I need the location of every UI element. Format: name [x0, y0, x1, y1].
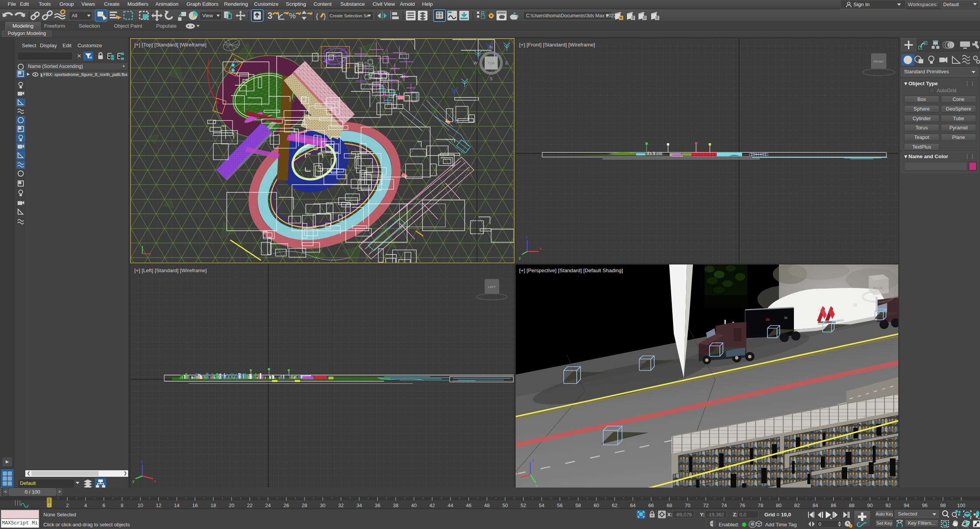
- svg-text:60: 60: [594, 503, 599, 508]
- svg-text:70: 70: [685, 503, 690, 508]
- svg-text:22: 22: [247, 503, 252, 508]
- svg-text:z: z: [526, 235, 528, 239]
- svg-text:18: 18: [211, 503, 216, 508]
- svg-text:10: 10: [137, 503, 143, 508]
- svg-text:26: 26: [284, 503, 289, 508]
- svg-text:All: All: [72, 13, 78, 18]
- svg-text:}: }: [323, 12, 326, 20]
- svg-text:30: 30: [320, 503, 325, 508]
- svg-text:86: 86: [831, 503, 836, 508]
- svg-text:62: 62: [612, 503, 617, 508]
- svg-text:90: 90: [867, 503, 873, 508]
- svg-text:80: 80: [776, 503, 781, 508]
- svg-text:8: 8: [121, 503, 124, 508]
- svg-text:40: 40: [411, 503, 417, 508]
- svg-text:36: 36: [375, 503, 380, 508]
- svg-text:z: z: [532, 458, 534, 463]
- svg-text:88: 88: [849, 503, 855, 508]
- svg-text:y: y: [519, 255, 521, 260]
- svg-text:64: 64: [630, 503, 635, 508]
- svg-text:100: 100: [957, 503, 965, 508]
- svg-text:12: 12: [156, 503, 161, 508]
- svg-text:TOP: TOP: [488, 61, 495, 65]
- svg-text:E: E: [505, 61, 508, 65]
- svg-text:42: 42: [429, 503, 435, 508]
- svg-text:2: 2: [66, 503, 69, 508]
- svg-text:x: x: [516, 471, 519, 476]
- svg-text:48: 48: [484, 503, 490, 508]
- svg-text:LEFT: LEFT: [488, 285, 496, 289]
- svg-text:92: 92: [886, 503, 891, 508]
- svg-text:82: 82: [794, 503, 800, 508]
- svg-text:3: 3: [267, 11, 272, 21]
- svg-text:W: W: [474, 61, 478, 65]
- svg-text:84: 84: [812, 503, 818, 508]
- svg-text:20: 20: [229, 503, 234, 508]
- svg-text:28: 28: [302, 503, 307, 508]
- svg-text:y: y: [132, 479, 135, 483]
- svg-text:78: 78: [758, 503, 763, 508]
- svg-text:y: y: [536, 483, 538, 488]
- svg-text:14: 14: [174, 503, 180, 508]
- svg-text:[+] [Perspective] [Standard] [: [+] [Perspective] [Standard] [Default Sh…: [519, 268, 623, 273]
- svg-text:98: 98: [940, 503, 945, 508]
- svg-text:76: 76: [739, 503, 745, 508]
- svg-text:96: 96: [922, 503, 927, 508]
- svg-text:34: 34: [356, 503, 362, 508]
- svg-text:0: 0: [48, 503, 50, 508]
- svg-text:x: x: [539, 246, 542, 251]
- svg-text:[+] [Front] [Standard] [Wirefr: [+] [Front] [Standard] [Wireframe]: [519, 42, 595, 48]
- svg-text:38: 38: [393, 503, 398, 508]
- svg-text:[+] [Top] [Standard] [Wirefram: [+] [Top] [Standard] [Wireframe]: [134, 42, 206, 48]
- svg-text:46: 46: [466, 503, 471, 508]
- svg-text:View: View: [202, 13, 213, 18]
- svg-text:58: 58: [575, 503, 581, 508]
- svg-text:50: 50: [502, 503, 508, 508]
- svg-text:4: 4: [84, 503, 87, 508]
- svg-text:S: S: [490, 76, 492, 81]
- svg-text:6: 6: [102, 503, 105, 508]
- svg-text:[+] [Left] [Standard] [Wirefra: [+] [Left] [Standard] [Wireframe]: [134, 268, 207, 273]
- svg-text:Create Selection Se: Create Selection Se: [330, 13, 369, 18]
- svg-text:24: 24: [265, 503, 271, 508]
- svg-text:N: N: [490, 45, 493, 50]
- svg-text:54: 54: [539, 503, 544, 508]
- svg-text:BACK: BACK: [873, 286, 883, 290]
- svg-text:72: 72: [703, 503, 708, 508]
- svg-text:52: 52: [521, 503, 526, 508]
- svg-text:44: 44: [448, 503, 453, 508]
- svg-text:32: 32: [338, 503, 343, 508]
- svg-text:94: 94: [904, 503, 909, 508]
- svg-text:66: 66: [648, 503, 654, 508]
- svg-text:{: {: [316, 12, 318, 20]
- svg-text:56: 56: [557, 503, 563, 508]
- svg-text:%: %: [289, 12, 296, 20]
- svg-text:74: 74: [721, 503, 727, 508]
- svg-text:N: N: [818, 307, 822, 312]
- svg-text:N: N: [853, 303, 857, 308]
- svg-text:16: 16: [192, 503, 198, 508]
- svg-text:x: x: [154, 479, 156, 483]
- svg-text:C:\Users\thoma\Documents\3ds M: C:\Users\thoma\Documents\3ds Max 2022: [526, 13, 617, 18]
- svg-text:68: 68: [667, 503, 672, 508]
- svg-text:z: z: [141, 459, 143, 464]
- svg-text:FRONT: FRONT: [873, 60, 884, 63]
